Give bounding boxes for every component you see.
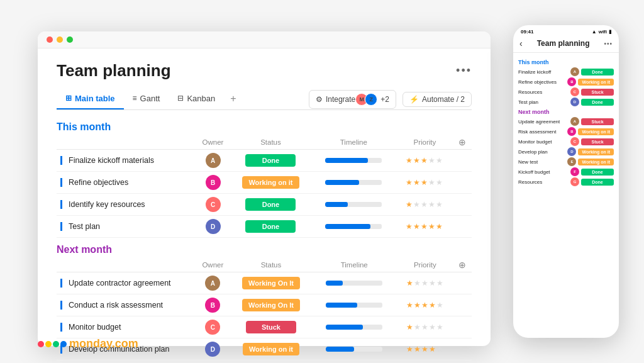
status-badge[interactable]: Working on it [243, 343, 299, 355]
phone-status-badge[interactable]: Working on it [578, 159, 614, 165]
tab-gantt[interactable]: ≡ Gantt [124, 90, 169, 109]
col-status: Status [231, 135, 311, 150]
phone-task-name: Test plan [518, 99, 569, 105]
phone-icons: ▲ wifi ▮ [592, 29, 611, 35]
logo-dots [38, 341, 67, 347]
minimize-dot[interactable] [57, 36, 63, 43]
timeline-bar-bg [325, 180, 382, 185]
col-add[interactable]: ⊕ [453, 258, 472, 272]
tab-gantt-label: Gantt [140, 94, 160, 103]
status-badge[interactable]: Done [245, 154, 296, 167]
priority-cell[interactable]: ★★★★★ [397, 194, 453, 216]
status-cell[interactable]: Working On It [231, 294, 312, 316]
tab-kanban[interactable]: ⊟ Kanban [169, 90, 224, 109]
phone-task-name: New test [518, 159, 565, 165]
app-content: Team planning ••• ⊞ Main table ≡ Gantt ⊟… [38, 48, 491, 363]
avatar-2: Z [365, 93, 377, 106]
phone-status-badge[interactable]: Done [581, 69, 614, 75]
row-add [453, 272, 472, 294]
phone-status-badge[interactable]: Done [581, 169, 614, 176]
phone-more-button[interactable]: ••• [604, 40, 613, 47]
col-priority: Priority [397, 135, 453, 150]
owner-avatar: D [205, 342, 220, 357]
col-priority: Priority [397, 258, 453, 272]
task-name-inner: Identify key resources [60, 200, 191, 209]
close-dot[interactable] [47, 36, 53, 43]
add-tab-button[interactable]: + [224, 89, 242, 109]
status-cell[interactable]: Working on it [231, 338, 312, 360]
phone-task-row: Risk assessment B Working on it [518, 127, 614, 136]
tab-actions: ⚙ Integrate M Z +2 ⚡ Automate / 2 [309, 90, 472, 109]
logo-com: .com [112, 337, 138, 350]
col-task [57, 135, 195, 150]
owner-cell: A [195, 150, 231, 172]
phone-task-row: Develop plan D Working on it [518, 147, 614, 156]
status-badge[interactable]: Working On It [242, 299, 300, 311]
status-cell[interactable]: Done [231, 150, 311, 172]
signal-icon: ▲ [592, 29, 597, 35]
phone-back-button[interactable]: ‹ [519, 38, 523, 48]
priority-cell[interactable]: ★★★★★ [397, 294, 453, 316]
status-cell[interactable]: Working On It [231, 272, 312, 294]
automate-label: Automate / 2 [422, 95, 465, 104]
task-row: Monitor budget C Stuck ★★★★★ [57, 316, 472, 338]
task-row: Finalize kickoff materials A Done ★★★★★ [57, 150, 472, 172]
task-name-inner: Refine objectives [60, 178, 191, 187]
monday-logo: monday.com [38, 337, 138, 350]
priority-cell[interactable]: ★★★★★ [397, 316, 453, 338]
task-row: Conduct a risk assessment B Working On I… [57, 294, 472, 316]
status-cell[interactable]: Working on it [231, 172, 311, 194]
phone-status-badge[interactable]: Done [581, 179, 614, 186]
timeline-bar-bg [325, 202, 382, 207]
priority-cell[interactable]: ★★★★★ [397, 216, 453, 238]
col-add[interactable]: ⊕ [453, 135, 472, 150]
phone-status-badge[interactable]: Working on it [578, 128, 614, 135]
priority-cell[interactable]: ★★★★★ [397, 338, 453, 360]
integrate-icon: ⚙ [316, 95, 323, 104]
phone-status-badge[interactable]: Stuck [581, 89, 614, 96]
app-header: Team planning ••• [57, 61, 472, 81]
timeline-bar-bg [325, 224, 382, 229]
priority-cell[interactable]: ★★★★★ [397, 150, 453, 172]
integrate-plus-label: +2 [380, 95, 389, 104]
phone-status-badge[interactable]: Stuck [581, 138, 614, 145]
desktop-window: Team planning ••• ⊞ Main table ≡ Gantt ⊟… [38, 31, 491, 346]
owner-avatar: A [205, 276, 220, 291]
logo-dot-yellow [45, 341, 52, 347]
status-cell[interactable]: Done [231, 216, 311, 238]
row-add [453, 216, 472, 238]
status-badge[interactable]: Stuck [246, 321, 296, 333]
status-cell[interactable]: Stuck [231, 316, 312, 338]
priority-cell[interactable]: ★★★★★ [397, 272, 453, 294]
phone-task-name: Finalize kickoff [518, 69, 569, 75]
priority-cell[interactable]: ★★★★★ [397, 172, 453, 194]
automate-button[interactable]: ⚡ Automate / 2 [402, 92, 472, 107]
avatar-stack: M Z [358, 93, 377, 106]
status-badge[interactable]: Working on it [242, 176, 299, 189]
phone-section-title: Next month [518, 109, 614, 115]
phone-header: ‹ Team planning ••• [513, 36, 619, 53]
phone-task-row: New test E Working on it [518, 157, 614, 166]
phone-status-badge[interactable]: Working on it [578, 79, 614, 86]
phone-status-badge[interactable]: Working on it [578, 148, 614, 155]
tab-main-table-label: Main table [75, 94, 115, 103]
status-cell[interactable]: Done [231, 194, 311, 216]
phone-status-badge[interactable]: Done [581, 99, 614, 106]
more-button[interactable]: ••• [456, 64, 472, 77]
status-badge[interactable]: Working On It [242, 277, 300, 289]
battery-icon: ▮ [609, 29, 611, 35]
integrate-button[interactable]: ⚙ Integrate M Z +2 [309, 90, 396, 109]
outer-container: Team planning ••• ⊞ Main table ≡ Gantt ⊟… [0, 0, 644, 363]
kanban-icon: ⊟ [177, 94, 184, 103]
tab-main-table[interactable]: ⊞ Main table [57, 90, 124, 109]
status-badge[interactable]: Done [245, 220, 296, 233]
owner-avatar: D [206, 219, 221, 234]
owner-avatar: B [205, 298, 220, 313]
timeline-bar-fill [325, 224, 370, 229]
phone-status-badge[interactable]: Stuck [581, 118, 614, 125]
status-badge[interactable]: Done [245, 198, 296, 211]
phone-task-row: Refine objectives B Working on it [518, 77, 614, 86]
automate-icon: ⚡ [409, 95, 419, 104]
wifi-icon: wifi [599, 29, 607, 35]
expand-dot[interactable] [67, 36, 73, 43]
